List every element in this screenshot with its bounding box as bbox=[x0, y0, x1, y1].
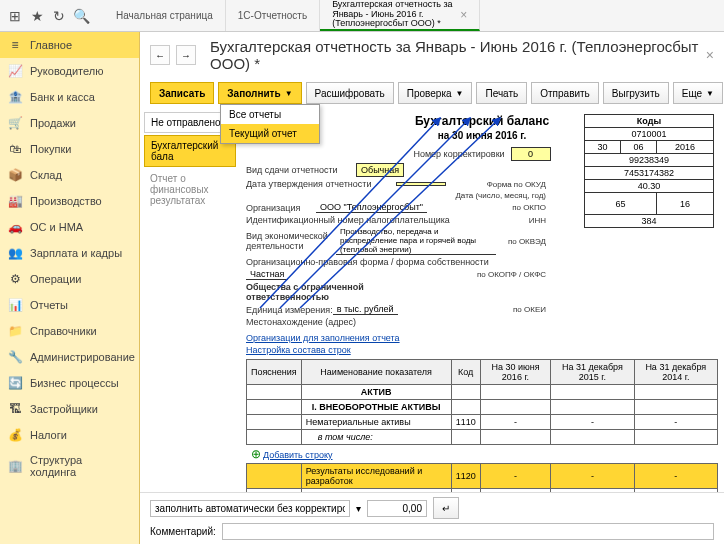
back-button[interactable]: ← bbox=[150, 45, 170, 65]
star-icon[interactable]: ★ bbox=[28, 7, 46, 25]
sidebar-icon: 📈 bbox=[8, 64, 22, 78]
dd-all-reports[interactable]: Все отчеты bbox=[221, 105, 319, 124]
sidebar-icon: 🔄 bbox=[8, 376, 22, 390]
sidebar-item-7[interactable]: 🚗ОС и НМА bbox=[0, 214, 139, 240]
tab-pnl[interactable]: Отчет о финансовых результатах bbox=[144, 169, 236, 210]
fill-mode-select[interactable] bbox=[150, 500, 350, 517]
sidebar-item-4[interactable]: 🛍Покупки bbox=[0, 136, 139, 162]
export-button[interactable]: Выгрузить bbox=[603, 82, 669, 104]
decode-button[interactable]: Расшифровать bbox=[306, 82, 394, 104]
vid-field[interactable]: Обычная bbox=[356, 163, 404, 177]
top-tabs: Начальная страница 1С-Отчетность Бухгалт… bbox=[104, 0, 480, 31]
sidebar-icon: 💰 bbox=[8, 428, 22, 442]
link-rows-setup[interactable]: Настройка состава строк bbox=[246, 345, 351, 355]
close-icon[interactable]: × bbox=[706, 47, 714, 63]
link-orgs[interactable]: Организации для заполнения отчета bbox=[246, 333, 400, 343]
sidebar-item-0[interactable]: ≡Главное bbox=[0, 32, 139, 58]
sidebar-item-8[interactable]: 👥Зарплата и кадры bbox=[0, 240, 139, 266]
sidebar-item-9[interactable]: ⚙Операции bbox=[0, 266, 139, 292]
tab-close-icon[interactable]: × bbox=[460, 8, 467, 22]
sidebar-item-2[interactable]: 🏦Банк и касса bbox=[0, 84, 139, 110]
check-button[interactable]: Проверка▼ bbox=[398, 82, 473, 104]
sidebar-icon: 🔧 bbox=[8, 350, 22, 364]
sidebar-icon: 🏭 bbox=[8, 194, 22, 208]
sidebar-icon: 🏢 bbox=[8, 459, 22, 473]
sidebar-icon: 🛍 bbox=[8, 142, 22, 156]
sidebar-item-15[interactable]: 💰Налоги bbox=[0, 422, 139, 448]
send-button[interactable]: Отправить bbox=[531, 82, 599, 104]
sidebar-icon: 🏗 bbox=[8, 402, 22, 416]
save-button[interactable]: Записать bbox=[150, 82, 214, 104]
chevron-down-icon[interactable]: ▾ bbox=[356, 503, 361, 514]
forward-button[interactable]: → bbox=[176, 45, 196, 65]
date-approve-field[interactable] bbox=[396, 182, 446, 186]
sidebar-icon: 🏦 bbox=[8, 90, 22, 104]
sidebar-item-11[interactable]: 📁Справочники bbox=[0, 318, 139, 344]
page-title: Бухгалтерская отчетность за Январь - Июн… bbox=[210, 38, 700, 72]
comment-field[interactable] bbox=[222, 523, 714, 540]
sidebar-icon: 🚗 bbox=[8, 220, 22, 234]
sidebar-item-6[interactable]: 🏭Производство bbox=[0, 188, 139, 214]
dd-current-report[interactable]: Текущий отчет bbox=[221, 124, 319, 143]
more-button[interactable]: Еще▼ bbox=[673, 82, 723, 104]
search-icon[interactable]: 🔍 bbox=[72, 7, 90, 25]
sidebar-item-5[interactable]: 📦Склад bbox=[0, 162, 139, 188]
table-row[interactable]: Нематериальные активы1110--- bbox=[247, 415, 718, 430]
sidebar-icon: 👥 bbox=[8, 246, 22, 260]
sidebar-item-14[interactable]: 🏗Застройщики bbox=[0, 396, 139, 422]
tab-current[interactable]: Бухгалтерская отчетность за Январь - Июн… bbox=[320, 0, 480, 31]
sidebar-icon: 📊 bbox=[8, 298, 22, 312]
apps-icon[interactable]: ⊞ bbox=[6, 7, 24, 25]
codes-panel: Коды 0710001 30062016 99238349 745317438… bbox=[584, 114, 714, 228]
sidebar-icon: 📦 bbox=[8, 168, 22, 182]
sidebar-item-3[interactable]: 🛒Продажи bbox=[0, 110, 139, 136]
sidebar-item-13[interactable]: 🔄Бизнес процессы bbox=[0, 370, 139, 396]
sidebar-item-16[interactable]: 🏢Структура холдинга bbox=[0, 448, 139, 484]
print-button[interactable]: Печать bbox=[476, 82, 527, 104]
sidebar-icon: ≡ bbox=[8, 38, 22, 52]
corr-num-field[interactable]: 0 bbox=[511, 147, 551, 161]
tab-reporting[interactable]: 1С-Отчетность bbox=[226, 0, 320, 31]
sidebar: ≡Главное📈Руководителю🏦Банк и касса🛒Прода… bbox=[0, 32, 140, 544]
sidebar-icon: ⚙ bbox=[8, 272, 22, 286]
sidebar-item-1[interactable]: 📈Руководителю bbox=[0, 58, 139, 84]
table-row[interactable]: Результаты исследований и разработок1120… bbox=[247, 464, 718, 489]
fill-button[interactable]: Заполнить▼ bbox=[218, 82, 301, 104]
sidebar-icon: 🛒 bbox=[8, 116, 22, 130]
form-area: Бухгалтерский баланс на 30 июня 2016 г. … bbox=[240, 108, 724, 492]
apply-button[interactable]: ↵ bbox=[433, 497, 459, 519]
sidebar-item-10[interactable]: 📊Отчеты bbox=[0, 292, 139, 318]
history-icon[interactable]: ↻ bbox=[50, 7, 68, 25]
value-field[interactable] bbox=[367, 500, 427, 517]
add-row-link[interactable]: Добавить строку bbox=[263, 450, 332, 460]
fill-dropdown: Все отчеты Текущий отчет bbox=[220, 104, 320, 144]
balance-table: ПоясненияНаименование показателяКод На 3… bbox=[246, 359, 718, 492]
tab-home[interactable]: Начальная страница bbox=[104, 0, 226, 31]
sidebar-item-12[interactable]: 🔧Администрирование bbox=[0, 344, 139, 370]
sidebar-icon: 📁 bbox=[8, 324, 22, 338]
org-field: ООО "Теплоэнергосбыт" bbox=[316, 202, 427, 213]
